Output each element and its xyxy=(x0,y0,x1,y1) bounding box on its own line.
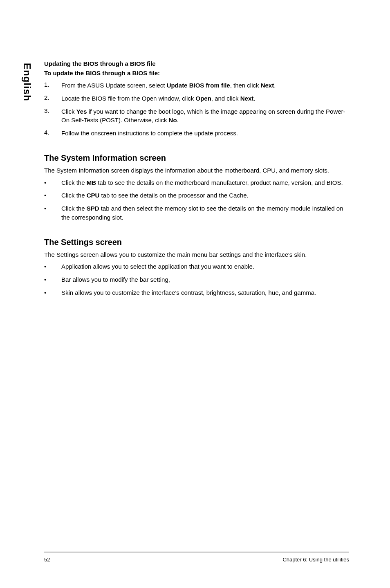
text: . xyxy=(177,117,179,123)
bold: SPD xyxy=(87,205,99,212)
step-text: Follow the onscreen instructions to comp… xyxy=(61,129,238,138)
ordered-list-update-steps: 1. From the ASUS Update screen, select U… xyxy=(44,81,349,138)
list-item: 1. From the ASUS Update screen, select U… xyxy=(44,81,349,90)
list-item: • Application allows you to select the a… xyxy=(44,262,349,271)
bullet-text: Click the CPU tab to see the details on … xyxy=(61,191,249,200)
bullet-icon: • xyxy=(44,275,61,284)
text: Locate the BIOS file from the Open windo… xyxy=(61,95,196,102)
heading-settings: The Settings screen xyxy=(44,238,349,247)
bullet-text: Bar allows you to modify the bar setting… xyxy=(61,275,170,284)
bullet-list-system-info: • Click the MB tab to see the details on… xyxy=(44,178,349,222)
bullet-text: Skin allows you to customize the interfa… xyxy=(61,288,316,297)
step-text: From the ASUS Update screen, select Upda… xyxy=(61,81,276,90)
bold: Next xyxy=(240,95,254,102)
step-text: Click Yes if you want to change the boot… xyxy=(61,107,349,125)
text: , and click xyxy=(211,95,240,102)
heading-system-info: The System Information screen xyxy=(44,153,349,163)
step-number: 1. xyxy=(44,81,61,90)
bullet-text: Click the MB tab to see the details on t… xyxy=(61,178,343,187)
list-item: 3. Click Yes if you want to change the b… xyxy=(44,107,349,125)
bold: Update BIOS from file xyxy=(167,82,230,89)
text: if you want to change the boot logo, whi… xyxy=(61,108,345,124)
step-number: 2. xyxy=(44,94,61,103)
text: Follow the onscreen instructions to comp… xyxy=(61,130,238,137)
text: , then click xyxy=(230,82,261,89)
bold: No xyxy=(169,117,177,123)
step-number: 4. xyxy=(44,129,61,138)
bullet-icon: • xyxy=(44,191,61,200)
bold: MB xyxy=(87,179,96,186)
list-item: 2. Locate the BIOS file from the Open wi… xyxy=(44,94,349,103)
text: tab to see the details on the processor … xyxy=(99,192,248,199)
list-item: • Skin allows you to customize the inter… xyxy=(44,288,349,297)
page-number: 52 xyxy=(44,557,50,563)
text: Click the xyxy=(61,192,87,199)
list-item: • Bar allows you to modify the bar setti… xyxy=(44,275,349,284)
bullet-icon: • xyxy=(44,204,61,222)
bullet-icon: • xyxy=(44,178,61,187)
bold: CPU xyxy=(87,192,100,199)
page-footer: 52 Chapter 6: Using the utilities xyxy=(0,557,390,563)
bullet-list-settings: • Application allows you to select the a… xyxy=(44,262,349,297)
intro-settings: The Settings screen allows you to custom… xyxy=(44,250,349,259)
heading-to-update: To update the BIOS through a BIOS file: xyxy=(44,69,349,78)
bold: Open xyxy=(196,95,211,102)
list-item: • Click the MB tab to see the details on… xyxy=(44,178,349,187)
list-item: 4. Follow the onscreen instructions to c… xyxy=(44,129,349,138)
text: From the ASUS Update screen, select xyxy=(61,82,167,89)
text: . xyxy=(274,82,276,89)
text: tab and then select the memory slot to s… xyxy=(61,205,343,221)
bold: Yes xyxy=(76,108,87,115)
text: Click the xyxy=(61,179,87,186)
footer-divider xyxy=(44,552,349,553)
side-tab-english: English xyxy=(21,63,33,101)
bullet-icon: • xyxy=(44,288,61,297)
text: tab to see the details on the motherboar… xyxy=(96,179,343,186)
chapter-title: Chapter 6: Using the utilities xyxy=(282,557,349,563)
heading-updating: Updating the BIOS through a BIOS file xyxy=(44,59,349,69)
text: Click xyxy=(61,108,76,115)
step-number: 3. xyxy=(44,107,61,125)
list-item: • Click the SPD tab and then select the … xyxy=(44,204,349,222)
bullet-icon: • xyxy=(44,262,61,271)
text: . xyxy=(253,95,255,102)
bullet-text: Click the SPD tab and then select the me… xyxy=(61,204,349,222)
list-item: • Click the CPU tab to see the details o… xyxy=(44,191,349,200)
bullet-text: Application allows you to select the app… xyxy=(61,262,254,271)
intro-system-info: The System Information screen displays t… xyxy=(44,166,349,175)
step-text: Locate the BIOS file from the Open windo… xyxy=(61,94,255,103)
text: Click the xyxy=(61,205,87,212)
bold: Next xyxy=(261,82,274,89)
